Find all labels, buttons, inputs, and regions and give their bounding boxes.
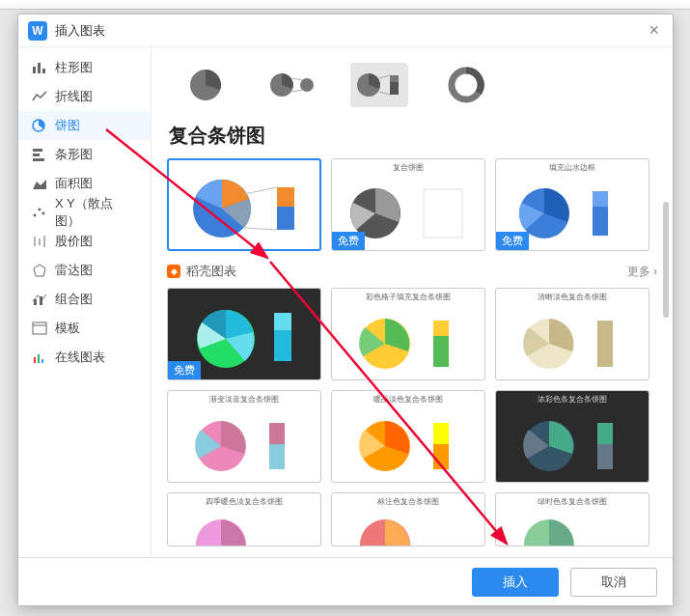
template-card[interactable]: 浓彩色条复合条饼图: [495, 390, 649, 483]
card-title: 填充山水边框: [496, 159, 649, 174]
titlebar: W 插入图表 ×: [18, 14, 673, 47]
svg-rect-52: [269, 444, 285, 469]
svg-rect-19: [38, 354, 40, 363]
card-title: 彩色格子填充复合条饼图: [332, 289, 484, 303]
insert-chart-dialog: W 插入图表 × 柱形图 折线图 饼图 条形图 面积图: [17, 14, 674, 606]
svg-rect-38: [424, 189, 462, 238]
subtype-pie[interactable]: [177, 63, 235, 107]
template-card[interactable]: 填充山水边框 免费: [495, 158, 649, 251]
template-card[interactable]: 复合饼图 免费: [331, 158, 485, 251]
svg-rect-44: [274, 313, 291, 330]
sidebar-item-radar[interactable]: 雷达图: [18, 256, 151, 285]
template-card[interactable]: 清晰淡色复合条饼图: [495, 288, 649, 380]
svg-line-34: [244, 228, 277, 230]
svg-line-29: [379, 75, 390, 78]
sidebar-item-pie[interactable]: 饼图: [18, 111, 151, 140]
card-title: 四季暖色淡复合条饼图: [168, 493, 320, 508]
template-icon: [32, 322, 47, 335]
template-card[interactable]: 渐变淡蓝复合条饼图: [167, 390, 321, 483]
sidebar-item-column[interactable]: 柱形图: [18, 53, 151, 82]
svg-point-9: [41, 211, 44, 214]
svg-rect-2: [42, 69, 45, 73]
line-chart-icon: [32, 90, 47, 103]
subtype-doughnut[interactable]: [437, 63, 495, 107]
svg-point-7: [33, 213, 36, 216]
sidebar-item-area[interactable]: 面积图: [18, 169, 151, 198]
svg-point-8: [38, 208, 41, 210]
sidebar-item-combo[interactable]: 组合图: [18, 285, 151, 314]
sidebar-item-label: 股价图: [55, 233, 93, 250]
svg-line-24: [292, 78, 302, 80]
sidebar-item-online[interactable]: 在线图表: [18, 343, 151, 372]
close-icon[interactable]: ×: [645, 20, 663, 41]
card-title: 清晰淡色复合条饼图: [496, 289, 649, 303]
free-tag: 免费: [168, 361, 201, 379]
svg-rect-20: [41, 359, 43, 363]
card-title: 暖品淡色复合条饼图: [332, 391, 484, 406]
column-chart-icon: [32, 61, 47, 74]
sidebar-item-bar[interactable]: 条形图: [18, 140, 151, 169]
svg-line-30: [379, 92, 390, 95]
svg-rect-47: [433, 321, 449, 336]
svg-rect-4: [33, 149, 42, 152]
app-toolbar-strip: [0, 0, 690, 10]
svg-rect-5: [33, 154, 40, 156]
svg-rect-1: [38, 63, 41, 73]
dialog-title: 插入图表: [55, 22, 645, 40]
subtype-bar-of-pie[interactable]: [350, 63, 408, 107]
template-card[interactable]: 四季暖色淡复合条饼图: [167, 492, 321, 546]
more-link[interactable]: 更多 ›: [627, 264, 657, 280]
docer-section-header: ◆ 稻壳图表 更多 ›: [167, 263, 657, 280]
template-card[interactable]: 彩色格子填充复合条饼图: [331, 288, 485, 380]
svg-rect-16: [33, 322, 46, 334]
free-tag: 免费: [332, 232, 365, 250]
svg-rect-18: [34, 357, 36, 363]
area-chart-icon: [32, 177, 47, 190]
svg-rect-36: [277, 187, 294, 207]
app-icon: W: [28, 21, 47, 41]
chart-type-sidebar: 柱形图 折线图 饼图 条形图 面积图 X Y（散点图）: [18, 47, 152, 557]
template-card[interactable]: [167, 158, 321, 251]
card-title: 标注色复合条饼图: [332, 493, 484, 508]
sidebar-item-label: 折线图: [55, 88, 93, 105]
docer-title: 稻壳图表: [186, 263, 627, 280]
template-card[interactable]: 免费: [167, 288, 321, 380]
svg-rect-6: [33, 158, 44, 161]
sidebar-item-line[interactable]: 折线图: [18, 82, 151, 111]
subtype-pie-of-pie[interactable]: [263, 63, 321, 107]
sidebar-item-label: 雷达图: [55, 262, 93, 279]
sidebar-item-template[interactable]: 模板: [18, 314, 151, 343]
docer-templates-grid: 免费 彩色格子填充复合条饼图 清晰淡色复合条饼图: [167, 288, 657, 546]
card-title: 复合饼图: [332, 159, 484, 174]
card-title: 绿时色条复合条饼图: [496, 493, 649, 508]
builtin-templates-grid: 复合饼图 免费 填充山水边框: [167, 158, 657, 251]
sidebar-item-stock[interactable]: 股价图: [18, 227, 151, 256]
bar-chart-icon: [32, 148, 47, 161]
free-tag: 免费: [496, 232, 529, 250]
card-title: 浓彩色条复合条饼图: [496, 391, 649, 406]
combo-chart-icon: [32, 293, 47, 306]
svg-rect-49: [597, 321, 613, 367]
svg-line-25: [292, 90, 302, 92]
subtype-thumbnails: [167, 59, 657, 117]
template-card[interactable]: 标注色复合条饼图: [331, 492, 485, 546]
chart-subtype-panel: 复合条饼图 复合饼图: [152, 47, 673, 557]
insert-button[interactable]: 插入: [472, 568, 559, 597]
pie-chart-icon: [32, 119, 47, 132]
svg-rect-55: [433, 444, 449, 469]
sidebar-item-label: 饼图: [55, 117, 80, 134]
card-title: 渐变淡蓝复合条饼图: [168, 391, 320, 406]
svg-rect-28: [390, 75, 399, 82]
template-card[interactable]: 暖品淡色复合条饼图: [331, 390, 485, 483]
sidebar-item-scatter[interactable]: X Y（散点图）: [18, 198, 151, 227]
template-card[interactable]: 绿时色条复合条饼图: [495, 492, 649, 546]
sidebar-item-label: 条形图: [55, 146, 93, 163]
sidebar-item-label: 柱形图: [55, 59, 93, 76]
scrollbar-thumb[interactable]: [663, 202, 669, 318]
svg-line-33: [244, 187, 277, 194]
svg-rect-41: [593, 191, 608, 207]
docer-icon: ◆: [167, 265, 180, 278]
cancel-button[interactable]: 取消: [570, 568, 657, 597]
svg-marker-13: [34, 265, 45, 276]
scatter-chart-icon: [32, 206, 47, 219]
